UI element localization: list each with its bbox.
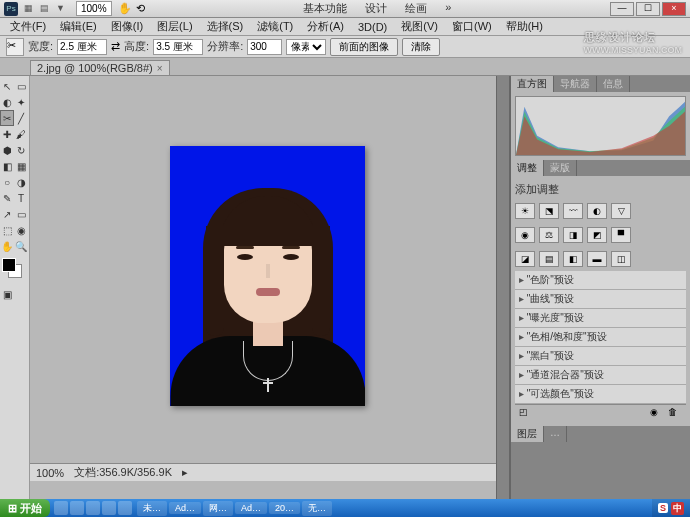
expand-icon[interactable]: ◰ xyxy=(519,407,533,421)
trash-icon[interactable]: 🗑 xyxy=(668,407,682,421)
minimize-button[interactable]: — xyxy=(610,2,634,16)
shape-tool[interactable]: ▭ xyxy=(14,206,28,222)
path-tool[interactable]: ↗ xyxy=(0,206,14,222)
crop-tool-icon[interactable]: ✂ xyxy=(6,38,24,56)
menu-filter[interactable]: 滤镜(T) xyxy=(251,18,299,35)
document-tab[interactable]: 2.jpg @ 100%(RGB/8#) × xyxy=(30,60,170,75)
menu-view[interactable]: 视图(V) xyxy=(395,18,444,35)
canvas-area[interactable]: 100% 文档:356.9K/356.9K ▸ xyxy=(30,76,496,499)
tab-histogram[interactable]: 直方图 xyxy=(511,76,554,92)
brightness-icon[interactable]: ☀ xyxy=(515,203,535,219)
menu-edit[interactable]: 编辑(E) xyxy=(54,18,103,35)
brush-tool[interactable]: 🖌 xyxy=(14,126,28,142)
swap-icon[interactable]: ⇄ xyxy=(111,40,120,53)
tab-mask[interactable]: 蒙版 xyxy=(544,160,577,176)
stamp-tool[interactable]: ⬢ xyxy=(0,142,14,158)
menu-file[interactable]: 文件(F) xyxy=(4,18,52,35)
invert-icon[interactable]: ◪ xyxy=(515,251,535,267)
menu-window[interactable]: 窗口(W) xyxy=(446,18,498,35)
tab-navigator[interactable]: 导航器 xyxy=(554,76,597,92)
resolution-unit-select[interactable]: 像素/… xyxy=(286,39,326,55)
task-item[interactable]: Ad… xyxy=(235,502,267,514)
eyedropper-tool[interactable]: ╱ xyxy=(14,110,28,126)
pen-tool[interactable]: ✎ xyxy=(0,190,14,206)
heal-tool[interactable]: ✚ xyxy=(0,126,14,142)
maximize-button[interactable]: ☐ xyxy=(636,2,660,16)
task-item[interactable]: 无… xyxy=(302,501,332,516)
preset-item[interactable]: "通道混合器"预设 xyxy=(515,366,686,385)
menu-analysis[interactable]: 分析(A) xyxy=(301,18,350,35)
ql-icon[interactable] xyxy=(86,501,100,515)
ws-paint[interactable]: 绘画 xyxy=(401,1,431,16)
task-item[interactable]: 网… xyxy=(203,501,233,516)
clip-icon[interactable]: ◉ xyxy=(650,407,664,421)
exposure-icon[interactable]: ◐ xyxy=(587,203,607,219)
balance-icon[interactable]: ⚖ xyxy=(539,227,559,243)
3d-tool[interactable]: ⬚ xyxy=(0,222,14,238)
eraser-tool[interactable]: ◧ xyxy=(0,158,14,174)
wand-tool[interactable]: ✦ xyxy=(14,94,28,110)
ime-zh-icon[interactable]: 中 xyxy=(671,502,684,515)
history-brush-tool[interactable]: ↻ xyxy=(14,142,28,158)
hand-icon[interactable]: ✋ xyxy=(118,2,132,15)
panel-strip[interactable] xyxy=(496,76,510,499)
resolution-input[interactable] xyxy=(247,39,282,55)
bw-icon[interactable]: ◨ xyxy=(563,227,583,243)
document-canvas[interactable] xyxy=(170,146,365,406)
preset-item[interactable]: "可选颜色"预设 xyxy=(515,385,686,404)
task-item[interactable]: 20… xyxy=(269,502,300,514)
status-zoom[interactable]: 100% xyxy=(36,467,64,479)
blur-tool[interactable]: ○ xyxy=(0,174,14,190)
threshold-icon[interactable]: ◧ xyxy=(563,251,583,267)
ws-basic[interactable]: 基本功能 xyxy=(299,1,351,16)
crop-tool[interactable]: ✂ xyxy=(0,110,14,126)
curves-icon[interactable]: 〰 xyxy=(563,203,583,219)
height-input[interactable] xyxy=(153,39,203,55)
gradmap-icon[interactable]: ▬ xyxy=(587,251,607,267)
selcolor-icon[interactable]: ◫ xyxy=(611,251,631,267)
history-icon[interactable]: ⟲ xyxy=(136,2,145,15)
menu-layer[interactable]: 图层(L) xyxy=(151,18,198,35)
ql-icon[interactable] xyxy=(118,501,132,515)
preset-item[interactable]: "黑白"预设 xyxy=(515,347,686,366)
posterize-icon[interactable]: ▤ xyxy=(539,251,559,267)
ws-design[interactable]: 设计 xyxy=(361,1,391,16)
fg-color-swatch[interactable] xyxy=(2,258,16,272)
clear-button[interactable]: 清除 xyxy=(402,38,440,56)
move-tool[interactable]: ↖ xyxy=(0,78,14,94)
task-item[interactable]: Ad… xyxy=(169,502,201,514)
task-item[interactable]: 未… xyxy=(137,501,167,516)
marquee-tool[interactable]: ▭ xyxy=(14,78,28,94)
gradient-tool[interactable]: ▦ xyxy=(14,158,28,174)
tab-layers[interactable]: 图层 xyxy=(511,426,544,442)
ime-s-icon[interactable]: S xyxy=(658,503,668,513)
photo-filter-icon[interactable]: ◩ xyxy=(587,227,607,243)
preset-item[interactable]: "色阶"预设 xyxy=(515,271,686,290)
close-button[interactable]: × xyxy=(662,2,686,16)
ql-icon[interactable] xyxy=(102,501,116,515)
color-swatches[interactable] xyxy=(2,258,27,282)
menu-3d[interactable]: 3D(D) xyxy=(352,20,393,34)
preset-item[interactable]: "曲线"预设 xyxy=(515,290,686,309)
zoom-tool[interactable]: 🔍 xyxy=(14,238,28,254)
front-image-button[interactable]: 前面的图像 xyxy=(330,38,398,56)
mixer-icon[interactable]: ▀ xyxy=(611,227,631,243)
menu-image[interactable]: 图像(I) xyxy=(105,18,149,35)
zoom-input[interactable]: 100% xyxy=(76,1,112,16)
start-button[interactable]: ⊞ 开始 xyxy=(0,499,50,517)
preset-item[interactable]: "色相/饱和度"预设 xyxy=(515,328,686,347)
width-input[interactable] xyxy=(57,39,107,55)
tab-adjustments[interactable]: 调整 xyxy=(511,160,544,176)
status-arrow-icon[interactable]: ▸ xyxy=(182,466,188,479)
tab-more[interactable]: … xyxy=(544,426,567,442)
ws-more-icon[interactable]: » xyxy=(441,1,455,16)
dodge-tool[interactable]: ◑ xyxy=(14,174,28,190)
document-tab-close-icon[interactable]: × xyxy=(157,63,163,74)
menu-select[interactable]: 选择(S) xyxy=(201,18,250,35)
menu-help[interactable]: 帮助(H) xyxy=(500,18,549,35)
hue-icon[interactable]: ◉ xyxy=(515,227,535,243)
br-icon[interactable]: ▦ xyxy=(24,3,36,15)
dropdown-icon[interactable]: ▼ xyxy=(56,3,68,15)
quickmask-tool[interactable]: ▣ xyxy=(0,286,14,302)
lasso-tool[interactable]: ◐ xyxy=(0,94,14,110)
